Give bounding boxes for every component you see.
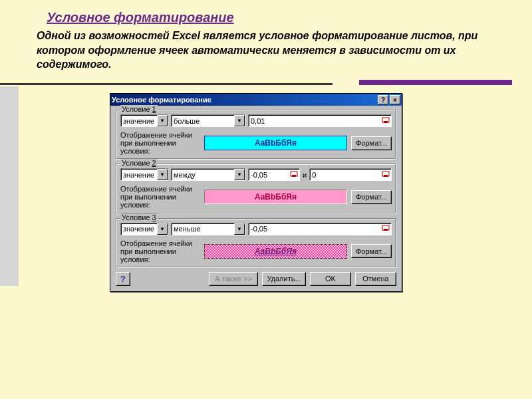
dialog-titlebar[interactable]: Условное форматирование ? × [110, 94, 402, 106]
condition-2-value1-input[interactable]: -0,05 [248, 168, 300, 181]
display-label: Отображение ячейки при выполнении услови… [120, 185, 200, 209]
condition-1-format-button[interactable]: Формат... [351, 136, 392, 150]
dialog-button-row: ? А также >> Удалить... OK Отмена [116, 272, 396, 286]
input-text: 0,01 [249, 117, 380, 125]
divider-right [359, 80, 512, 85]
group-num: 2 [152, 159, 156, 167]
input-text: -0,05 [249, 171, 289, 179]
input-text: 0 [310, 171, 380, 179]
chevron-down-icon[interactable]: ▼ [234, 169, 245, 180]
chevron-down-icon[interactable]: ▼ [157, 223, 168, 235]
dialog-title: Условное форматирование [112, 96, 211, 104]
dialog-close-button[interactable]: × [390, 95, 400, 104]
condition-1-value1-input[interactable]: 0,01 [248, 114, 392, 127]
chevron-down-icon[interactable]: ▼ [157, 169, 168, 180]
condition-1-label: Условие 1 [120, 105, 158, 113]
conditional-formatting-dialog: Условное форматирование ? × Условие 1 зн… [110, 93, 402, 292]
range-picker-icon[interactable] [380, 115, 391, 126]
condition-1-operand-combo[interactable]: значение ▼ [120, 114, 168, 127]
add-also-button: А также >> [209, 272, 258, 286]
placeholder-sidebar [0, 86, 19, 286]
range-picker-icon[interactable] [289, 169, 299, 180]
condition-1-preview: AaBbБбЯя [204, 136, 347, 150]
page-description: Одной из возможностей Excel является усл… [0, 25, 532, 72]
combo-text: значение [121, 225, 157, 233]
display-label: Отображение ячейки при выполнении услови… [120, 239, 200, 263]
dialog-help-button[interactable]: ? [378, 95, 388, 104]
help-button[interactable]: ? [116, 272, 130, 286]
condition-3-operand-combo[interactable]: значение ▼ [120, 223, 168, 235]
condition-3-group: Условие 3 значение ▼ меньше ▼ -0,05 [116, 218, 396, 268]
cancel-button[interactable]: Отмена [355, 272, 396, 286]
condition-2-label: Условие 2 [120, 159, 158, 167]
and-label: и [303, 171, 307, 179]
svg-rect-1 [384, 121, 388, 123]
chevron-down-icon[interactable]: ▼ [234, 223, 245, 235]
group-num: 1 [152, 105, 156, 113]
group-pre: Условие [122, 159, 152, 167]
condition-1-group: Условие 1 значение ▼ больше ▼ 0,01 [116, 110, 396, 160]
chevron-down-icon[interactable]: ▼ [234, 115, 245, 126]
condition-2-format-button[interactable]: Формат... [351, 190, 392, 204]
condition-2-preview: AaBbБбЯя [204, 190, 347, 204]
svg-rect-7 [384, 229, 388, 231]
ok-button[interactable]: OK [310, 272, 351, 286]
condition-2-operand-combo[interactable]: значение ▼ [120, 168, 168, 181]
combo-text: между [172, 171, 234, 179]
group-pre: Условие [122, 213, 152, 221]
page-title: Условное форматирование [0, 0, 532, 25]
chevron-down-icon[interactable]: ▼ [157, 115, 168, 126]
group-pre: Условие [122, 105, 152, 113]
condition-3-preview: AaBbБбЯя [204, 244, 347, 259]
condition-2-value2-input[interactable]: 0 [309, 168, 392, 181]
condition-3-format-button[interactable]: Формат... [351, 244, 392, 258]
combo-text: значение [121, 117, 157, 125]
condition-2-operator-combo[interactable]: между ▼ [171, 168, 245, 181]
input-text: -0,05 [249, 225, 380, 233]
display-label: Отображение ячейки при выполнении услови… [120, 131, 200, 155]
condition-3-value1-input[interactable]: -0,05 [248, 223, 392, 235]
condition-1-operator-combo[interactable]: больше ▼ [171, 114, 245, 127]
svg-rect-3 [292, 175, 296, 177]
svg-rect-5 [384, 175, 388, 177]
combo-text: значение [121, 171, 157, 179]
range-picker-icon[interactable] [380, 169, 391, 180]
combo-text: больше [172, 117, 234, 125]
range-picker-icon[interactable] [380, 223, 391, 235]
condition-3-label: Условие 3 [120, 213, 158, 221]
condition-3-operator-combo[interactable]: меньше ▼ [171, 223, 245, 235]
combo-text: меньше [172, 225, 234, 233]
delete-button[interactable]: Удалить... [262, 272, 306, 286]
group-num: 3 [152, 213, 156, 221]
divider-left [0, 83, 332, 85]
condition-2-group: Условие 2 значение ▼ между ▼ -0,05 и [116, 164, 396, 213]
